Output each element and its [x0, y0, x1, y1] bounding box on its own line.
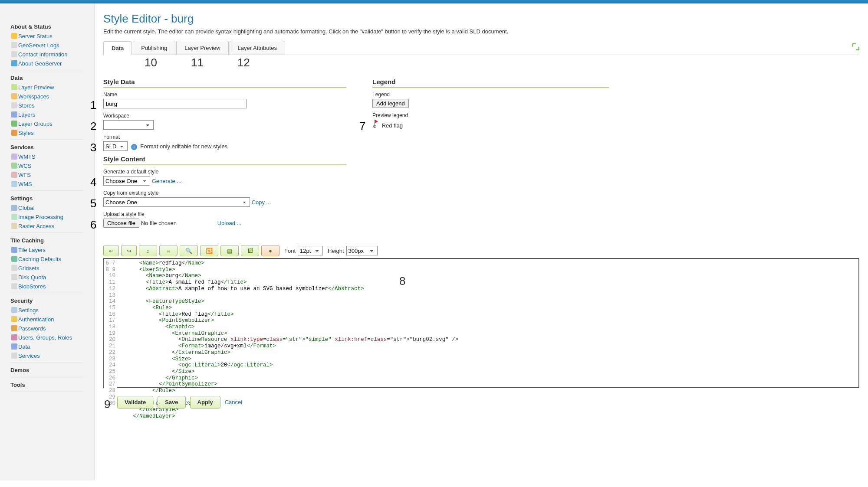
sidebar-item-tile-layers[interactable]: Tile Layers: [0, 245, 94, 255]
sidebar-item-icon: [11, 343, 17, 350]
sidebar-item-server-status[interactable]: Server Status: [0, 32, 94, 41]
font-select[interactable]: 12pt: [298, 246, 323, 255]
page-subtitle: Edit the current style. The editor can p…: [103, 28, 859, 35]
image-button[interactable]: 🖼: [241, 245, 259, 256]
sidebar-item-workspaces[interactable]: Workspaces: [0, 92, 94, 101]
color-button[interactable]: ●: [261, 245, 279, 256]
sidebar-item-wcs[interactable]: WCS: [0, 161, 94, 170]
sidebar-item-stores[interactable]: Stores: [0, 101, 94, 110]
findreplace-button[interactable]: 🔁: [200, 245, 218, 256]
sidebar-item-layer-groups[interactable]: Layer Groups: [0, 119, 94, 128]
copy-select[interactable]: Choose One: [103, 197, 250, 207]
line-gutter: 6 7 8 9 10 11 12 13 14 15 16 17 18 19 20…: [104, 259, 117, 408]
sidebar-item-icon: [11, 33, 17, 39]
find-button[interactable]: 🔍: [180, 245, 198, 256]
sidebar-item-layer-preview[interactable]: Layer Preview: [0, 83, 94, 92]
tab-layer-attributes[interactable]: Layer Attributes: [230, 41, 285, 55]
sidebar-item-global[interactable]: Global: [0, 203, 94, 212]
sidebar-item-icon: [11, 283, 17, 289]
validate-button[interactable]: Validate: [117, 396, 153, 409]
tab-layer-preview[interactable]: Layer Preview: [176, 41, 228, 55]
sidebar-item-gridsets[interactable]: Gridsets: [0, 264, 94, 273]
sidebar-item-icon: [11, 223, 17, 229]
tabs: Data Publishing Layer Preview Layer Attr…: [103, 41, 859, 55]
generate-label: Generate a default style: [103, 169, 346, 175]
add-legend-button[interactable]: Add legend: [372, 99, 409, 108]
copy-link[interactable]: Copy ...: [252, 199, 271, 206]
callout-8: 8: [399, 275, 405, 288]
sidebar-item-settings[interactable]: Settings: [0, 306, 94, 315]
name-field[interactable]: [103, 99, 247, 108]
sidebar-item-icon: [11, 111, 17, 118]
height-label: Height: [328, 248, 344, 254]
sidebar-item-contact-information[interactable]: Contact Information: [0, 50, 94, 59]
redo-button[interactable]: ↪: [121, 245, 137, 256]
callout-7: 7: [359, 119, 365, 133]
sidebar-item-image-processing[interactable]: Image Processing: [0, 212, 94, 222]
sidebar-item-icon: [11, 121, 17, 127]
sidebar-item-wms[interactable]: WMS: [0, 180, 94, 189]
sidebar-item-icon: [11, 154, 17, 160]
sidebar-item-authentication[interactable]: Authentication: [0, 315, 94, 324]
sidebar-item-disk-quota[interactable]: Disk Quota: [0, 273, 94, 282]
no-file-text: No file chosen: [141, 220, 177, 226]
sidebar-item-icon: [11, 274, 17, 280]
goto-button[interactable]: ⌕: [139, 245, 157, 256]
tab-publishing[interactable]: Publishing: [133, 41, 175, 55]
upload-link[interactable]: Upload ...: [217, 220, 242, 226]
sidebar-item-users-groups-roles[interactable]: Users, Groups, Roles: [0, 333, 94, 342]
preview-legend-text: Red flag: [382, 122, 403, 129]
workspace-select[interactable]: [103, 120, 154, 130]
tab-data[interactable]: Data: [103, 41, 132, 55]
sidebar-item-icon: [11, 325, 17, 331]
sidebar-item-data[interactable]: Data: [0, 342, 94, 351]
sidebar-group-services: Services: [0, 141, 94, 152]
callout-6: 6: [90, 218, 96, 232]
sidebar-item-passwords[interactable]: Passwords: [0, 324, 94, 333]
info-icon: i: [131, 144, 137, 150]
sidebar-item-wfs[interactable]: WFS: [0, 170, 94, 180]
sidebar-item-blobstores[interactable]: BlobStores: [0, 282, 94, 291]
save-button[interactable]: Save: [158, 396, 185, 409]
sidebar: About & StatusServer StatusGeoServer Log…: [0, 3, 95, 480]
section-style-data: Style Data: [103, 78, 346, 88]
sidebar-item-icon: [11, 163, 17, 169]
sidebar-item-icon: [11, 130, 17, 136]
cancel-link[interactable]: Cancel: [225, 399, 242, 405]
sidebar-item-styles[interactable]: Styles: [0, 128, 94, 137]
insert-button[interactable]: ▤: [220, 245, 239, 256]
code-editor[interactable]: 6 7 8 9 10 11 12 13 14 15 16 17 18 19 20…: [103, 258, 859, 388]
sidebar-group-demos: Demos: [0, 364, 94, 375]
sidebar-item-services[interactable]: Services: [0, 351, 94, 360]
sidebar-group-security: Security: [0, 295, 94, 306]
fullscreen-icon[interactable]: [852, 43, 859, 50]
sidebar-group-tools: Tools: [0, 379, 94, 390]
sidebar-item-caching-defaults[interactable]: Caching Defaults: [0, 255, 94, 264]
choose-file-button[interactable]: Choose file: [103, 219, 139, 228]
generate-select[interactable]: Choose One: [103, 176, 150, 186]
sidebar-item-icon: [11, 353, 17, 359]
main-content: Style Editor - burg Edit the current sty…: [95, 3, 868, 480]
height-select[interactable]: 300px: [346, 246, 378, 255]
format-select[interactable]: SLD: [103, 141, 128, 151]
legend-label: Legend: [372, 92, 609, 98]
generate-link[interactable]: Generate ...: [152, 178, 182, 184]
sidebar-item-about-geoserver[interactable]: About GeoServer: [0, 59, 94, 68]
sidebar-item-icon: [11, 102, 17, 108]
section-legend: Legend: [372, 78, 609, 88]
sidebar-item-wmts[interactable]: WMTS: [0, 152, 94, 161]
callout-5: 5: [90, 197, 96, 210]
reformat-button[interactable]: ≡: [159, 245, 178, 256]
sidebar-item-icon: [11, 51, 17, 57]
sidebar-item-layers[interactable]: Layers: [0, 110, 94, 119]
apply-button[interactable]: Apply: [190, 396, 220, 409]
callout-10: 10: [145, 56, 157, 69]
sidebar-item-raster-access[interactable]: Raster Access: [0, 222, 94, 231]
callout-1: 1: [90, 98, 96, 112]
flag-icon: [372, 120, 378, 127]
sidebar-group-data: Data: [0, 72, 94, 83]
editor-toolbar: ↩ ↪ ⌕ ≡ 🔍 🔁 ▤ 🖼 ● Font 12pt Height 300px: [103, 245, 859, 256]
undo-button[interactable]: ↩: [103, 245, 119, 256]
sidebar-item-geoserver-logs[interactable]: GeoServer Logs: [0, 41, 94, 50]
sidebar-item-icon: [11, 334, 17, 340]
